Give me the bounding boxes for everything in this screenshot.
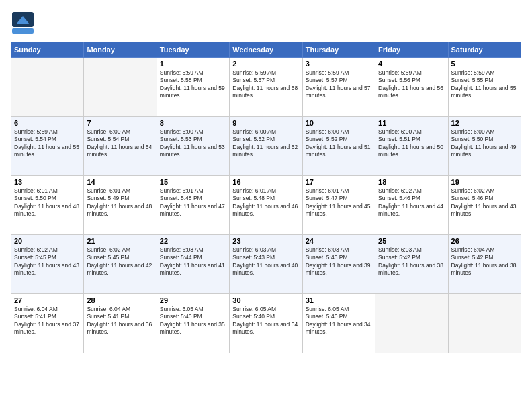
- day-number: 30: [232, 296, 299, 304]
- calendar-cell: 24Sunrise: 6:03 AM Sunset: 5:43 PM Dayli…: [302, 235, 375, 294]
- calendar-cell: 21Sunrise: 6:02 AM Sunset: 5:45 PM Dayli…: [84, 235, 157, 294]
- day-number: 10: [306, 119, 372, 127]
- day-info: Sunrise: 5:59 AM Sunset: 5:54 PM Dayligh…: [14, 128, 81, 159]
- calendar-cell: 10Sunrise: 6:00 AM Sunset: 5:52 PM Dayli…: [302, 117, 375, 176]
- day-info: Sunrise: 6:05 AM Sunset: 5:40 PM Dayligh…: [306, 306, 372, 336]
- day-number: 8: [160, 119, 226, 127]
- calendar-cell: [375, 294, 448, 353]
- calendar-week-1: 1Sunrise: 5:59 AM Sunset: 5:58 PM Daylig…: [11, 58, 521, 117]
- calendar-cell: 7Sunrise: 6:00 AM Sunset: 5:54 PM Daylig…: [84, 117, 157, 176]
- day-info: Sunrise: 6:04 AM Sunset: 5:42 PM Dayligh…: [451, 246, 518, 277]
- day-info: Sunrise: 6:05 AM Sunset: 5:40 PM Dayligh…: [160, 306, 226, 336]
- calendar-cell: 13Sunrise: 6:01 AM Sunset: 5:50 PM Dayli…: [11, 176, 84, 235]
- day-number: 3: [306, 60, 372, 68]
- calendar-header-friday: Friday: [375, 42, 448, 58]
- day-number: 12: [451, 119, 518, 127]
- calendar-cell: 12Sunrise: 6:00 AM Sunset: 5:50 PM Dayli…: [448, 117, 521, 176]
- day-info: Sunrise: 6:01 AM Sunset: 5:50 PM Dayligh…: [14, 187, 81, 218]
- day-info: Sunrise: 5:59 AM Sunset: 5:55 PM Dayligh…: [451, 69, 518, 100]
- day-number: 9: [232, 119, 299, 127]
- day-info: Sunrise: 6:02 AM Sunset: 5:45 PM Dayligh…: [87, 246, 153, 277]
- day-number: 5: [451, 60, 518, 68]
- calendar-cell: 3Sunrise: 5:59 AM Sunset: 5:57 PM Daylig…: [302, 58, 375, 117]
- day-number: 26: [451, 237, 518, 245]
- calendar-cell: 1Sunrise: 5:59 AM Sunset: 5:58 PM Daylig…: [157, 58, 229, 117]
- day-number: 18: [378, 178, 445, 186]
- calendar-cell: [11, 58, 84, 117]
- day-info: Sunrise: 6:02 AM Sunset: 5:45 PM Dayligh…: [14, 246, 81, 277]
- day-info: Sunrise: 6:00 AM Sunset: 5:52 PM Dayligh…: [306, 128, 372, 159]
- calendar-cell: [448, 294, 521, 353]
- calendar-table: SundayMondayTuesdayWednesdayThursdayFrid…: [11, 42, 521, 353]
- day-info: Sunrise: 6:00 AM Sunset: 5:52 PM Dayligh…: [232, 128, 299, 159]
- day-info: Sunrise: 6:03 AM Sunset: 5:42 PM Dayligh…: [378, 246, 445, 277]
- calendar-cell: 11Sunrise: 6:00 AM Sunset: 5:51 PM Dayli…: [375, 117, 448, 176]
- day-number: 21: [87, 237, 153, 245]
- calendar-cell: 31Sunrise: 6:05 AM Sunset: 5:40 PM Dayli…: [302, 294, 375, 353]
- calendar-header-sunday: Sunday: [11, 42, 84, 58]
- day-number: 24: [306, 237, 372, 245]
- day-info: Sunrise: 5:59 AM Sunset: 5:57 PM Dayligh…: [232, 69, 299, 100]
- day-number: 28: [87, 296, 153, 304]
- calendar-week-3: 13Sunrise: 6:01 AM Sunset: 5:50 PM Dayli…: [11, 176, 521, 235]
- day-number: 20: [14, 237, 81, 245]
- day-number: 31: [306, 296, 372, 304]
- calendar-cell: 20Sunrise: 6:02 AM Sunset: 5:45 PM Dayli…: [11, 235, 84, 294]
- day-number: 2: [232, 60, 299, 68]
- day-number: 29: [160, 296, 226, 304]
- day-info: Sunrise: 6:00 AM Sunset: 5:51 PM Dayligh…: [378, 128, 445, 159]
- calendar-cell: 5Sunrise: 5:59 AM Sunset: 5:55 PM Daylig…: [448, 58, 521, 117]
- calendar-header-wednesday: Wednesday: [230, 42, 302, 58]
- calendar-header-monday: Monday: [84, 42, 157, 58]
- day-number: 7: [87, 119, 153, 127]
- day-info: Sunrise: 6:01 AM Sunset: 5:49 PM Dayligh…: [87, 187, 153, 218]
- day-number: 17: [306, 178, 372, 186]
- calendar-week-2: 6Sunrise: 5:59 AM Sunset: 5:54 PM Daylig…: [11, 117, 521, 176]
- day-number: 19: [451, 178, 518, 186]
- day-number: 23: [232, 237, 299, 245]
- calendar-cell: 18Sunrise: 6:02 AM Sunset: 5:46 PM Dayli…: [375, 176, 448, 235]
- calendar-cell: 30Sunrise: 6:05 AM Sunset: 5:40 PM Dayli…: [230, 294, 302, 353]
- page-header: [11, 11, 521, 35]
- calendar-cell: 23Sunrise: 6:03 AM Sunset: 5:43 PM Dayli…: [230, 235, 302, 294]
- calendar-cell: 2Sunrise: 5:59 AM Sunset: 5:57 PM Daylig…: [230, 58, 302, 117]
- calendar-header-thursday: Thursday: [302, 42, 375, 58]
- day-number: 22: [160, 237, 226, 245]
- day-info: Sunrise: 6:05 AM Sunset: 5:40 PM Dayligh…: [232, 306, 299, 336]
- day-info: Sunrise: 6:01 AM Sunset: 5:47 PM Dayligh…: [306, 187, 372, 218]
- day-info: Sunrise: 5:59 AM Sunset: 5:58 PM Dayligh…: [160, 69, 226, 100]
- calendar-cell: 9Sunrise: 6:00 AM Sunset: 5:52 PM Daylig…: [230, 117, 302, 176]
- day-number: 14: [87, 178, 153, 186]
- day-number: 11: [378, 119, 445, 127]
- day-info: Sunrise: 6:04 AM Sunset: 5:41 PM Dayligh…: [14, 306, 81, 336]
- calendar-cell: 28Sunrise: 6:04 AM Sunset: 5:41 PM Dayli…: [84, 294, 157, 353]
- day-info: Sunrise: 6:03 AM Sunset: 5:43 PM Dayligh…: [306, 246, 372, 277]
- day-info: Sunrise: 6:04 AM Sunset: 5:41 PM Dayligh…: [87, 306, 153, 336]
- logo-icon: [11, 11, 35, 35]
- day-number: 16: [232, 178, 299, 186]
- svg-rect-2: [12, 28, 34, 34]
- day-info: Sunrise: 6:00 AM Sunset: 5:50 PM Dayligh…: [451, 128, 518, 159]
- calendar-cell: 22Sunrise: 6:03 AM Sunset: 5:44 PM Dayli…: [157, 235, 229, 294]
- day-number: 25: [378, 237, 445, 245]
- logo: [11, 11, 38, 35]
- calendar-cell: 26Sunrise: 6:04 AM Sunset: 5:42 PM Dayli…: [448, 235, 521, 294]
- day-number: 27: [14, 296, 81, 304]
- calendar-header-saturday: Saturday: [448, 42, 521, 58]
- calendar-cell: 17Sunrise: 6:01 AM Sunset: 5:47 PM Dayli…: [302, 176, 375, 235]
- day-info: Sunrise: 5:59 AM Sunset: 5:57 PM Dayligh…: [306, 69, 372, 100]
- day-number: 13: [14, 178, 81, 186]
- calendar-cell: 16Sunrise: 6:01 AM Sunset: 5:48 PM Dayli…: [230, 176, 302, 235]
- calendar-cell: 27Sunrise: 6:04 AM Sunset: 5:41 PM Dayli…: [11, 294, 84, 353]
- day-info: Sunrise: 6:01 AM Sunset: 5:48 PM Dayligh…: [232, 187, 299, 218]
- calendar-cell: 8Sunrise: 6:00 AM Sunset: 5:53 PM Daylig…: [157, 117, 229, 176]
- calendar-cell: 4Sunrise: 5:59 AM Sunset: 5:56 PM Daylig…: [375, 58, 448, 117]
- day-info: Sunrise: 6:02 AM Sunset: 5:46 PM Dayligh…: [378, 187, 445, 218]
- calendar-cell: 29Sunrise: 6:05 AM Sunset: 5:40 PM Dayli…: [157, 294, 229, 353]
- day-number: 15: [160, 178, 226, 186]
- calendar-cell: [84, 58, 157, 117]
- day-number: 4: [378, 60, 445, 68]
- day-info: Sunrise: 6:02 AM Sunset: 5:46 PM Dayligh…: [451, 187, 518, 218]
- calendar-cell: 6Sunrise: 5:59 AM Sunset: 5:54 PM Daylig…: [11, 117, 84, 176]
- calendar-cell: 14Sunrise: 6:01 AM Sunset: 5:49 PM Dayli…: [84, 176, 157, 235]
